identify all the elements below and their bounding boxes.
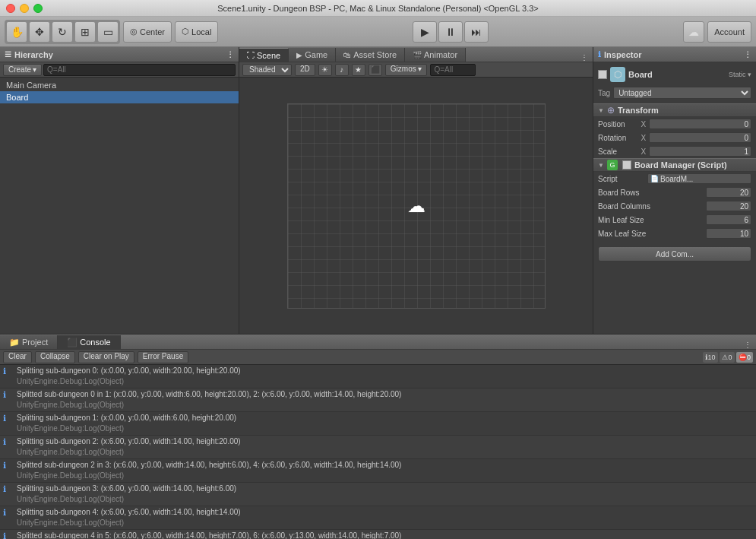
tab-game[interactable]: ▶ Game xyxy=(289,48,336,62)
hierarchy-menu[interactable]: ⋮ xyxy=(226,50,234,59)
tab-project[interactable]: 📁 Project xyxy=(0,335,58,349)
console-log-item[interactable]: ℹ Splitting sub-dungeon 1: (x:0.00, y:0.… xyxy=(0,412,756,436)
max-leaf-input[interactable] xyxy=(706,228,751,239)
console-log-item[interactable]: ℹ Splitting sub-dungeon 2: (x:6.00, y:0.… xyxy=(0,436,756,459)
close-button[interactable] xyxy=(6,4,15,13)
console-log-item[interactable]: ℹ Splitted sub-dungeon 0 in 1: (x:0.00, … xyxy=(0,388,756,412)
transform-section-header[interactable]: ▼ ⊕ Transform xyxy=(593,103,756,117)
main-area: ☰ Hierarchy ⋮ Create ▾ Main Camera Board… xyxy=(0,47,756,334)
maximize-button[interactable] xyxy=(33,4,43,13)
center-panel: ⛶ Scene ▶ Game 🛍 Asset Store 🎬 Animator … xyxy=(239,47,593,334)
create-button[interactable]: Create ▾ xyxy=(3,64,42,76)
local-button[interactable]: ⬡ Local xyxy=(175,21,218,43)
object-icon: ⬡ xyxy=(610,67,625,82)
toolbar: ✋ ✥ ↻ ⊞ ▭ ◎ Center ⬡ Local ▶ ⏸ ⏭ ☁ Accou… xyxy=(0,17,756,47)
error-pause-button[interactable]: Error Pause xyxy=(138,351,188,363)
console-content: ℹ Splitting sub-dungeon 0: (x:0.00, y:0.… xyxy=(0,365,756,539)
skybox-button[interactable]: ⬛ xyxy=(369,64,382,76)
center-icon: ◎ xyxy=(130,27,138,36)
clear-on-play-button[interactable]: Clear on Play xyxy=(78,351,134,363)
hierarchy-item-main-camera[interactable]: Main Camera xyxy=(0,79,239,91)
clear-button[interactable]: Clear xyxy=(3,351,32,363)
static-label[interactable]: Static ▾ xyxy=(729,71,751,78)
board-columns-row: Board Columns xyxy=(593,199,756,213)
hierarchy-header: ☰ Hierarchy ⋮ xyxy=(0,47,239,62)
tab-console[interactable]: ⬛ Console xyxy=(58,335,120,349)
script-file-icon: 📄 xyxy=(650,175,659,182)
play-button[interactable]: ▶ xyxy=(413,21,437,43)
error-count-badge[interactable]: ⛔ 0 xyxy=(736,352,753,363)
rect-tool[interactable]: ▭ xyxy=(97,21,119,43)
console-log-item[interactable]: ℹ Splitted sub-dungeon 4 in 5: (x:6.00, … xyxy=(0,530,756,539)
scene-tab-icon: ⛶ xyxy=(247,51,255,59)
console-info-icon: ℹ xyxy=(3,389,14,400)
console-info-icon: ℹ xyxy=(3,413,14,423)
hierarchy-item-board[interactable]: Board xyxy=(0,91,239,103)
tab-animator[interactable]: 🎬 Animator xyxy=(405,48,466,62)
minimize-button[interactable] xyxy=(20,4,29,13)
scale-row: Scale X xyxy=(593,144,756,158)
shading-mode-select[interactable]: Shaded xyxy=(242,64,292,76)
add-component-button[interactable]: Add Com... xyxy=(598,246,751,262)
transform-tools: ✋ ✥ ↻ ⊞ ▭ xyxy=(5,20,120,44)
hand-tool[interactable]: ✋ xyxy=(6,21,27,43)
error-icon: ⛔ xyxy=(739,354,747,361)
board-manager-arrow-icon: ▼ xyxy=(598,162,604,169)
board-columns-input[interactable] xyxy=(706,201,751,211)
board-manager-section-header[interactable]: ▼ G Board Manager (Script) xyxy=(593,158,756,172)
move-tool[interactable]: ✥ xyxy=(29,21,50,43)
min-leaf-input[interactable] xyxy=(706,214,751,225)
scale-x-input[interactable] xyxy=(649,146,751,157)
play-controls: ▶ ⏸ ⏭ xyxy=(413,21,489,43)
bottom-tabs: 📁 Project ⬛ Console ⋮ xyxy=(0,334,756,350)
scene-search[interactable] xyxy=(430,64,476,76)
rotation-x-input[interactable] xyxy=(649,132,751,143)
object-active-checkbox[interactable] xyxy=(598,70,607,79)
inspector-menu[interactable]: ⋮ xyxy=(744,50,751,59)
console-log-item[interactable]: ℹ Splitting sub-dungeon 0: (x:0.00, y:0.… xyxy=(0,365,756,388)
warn-count-badge[interactable]: ⚠ 0 xyxy=(720,352,735,363)
account-area: ☁ Account xyxy=(683,21,751,43)
console-log-item[interactable]: ℹ Splitted sub-dungeon 2 in 3: (x:6.00, … xyxy=(0,459,756,483)
console-info-icon: ℹ xyxy=(3,507,14,518)
hierarchy-search[interactable] xyxy=(43,64,236,76)
tabs-menu[interactable]: ⋮ xyxy=(580,53,593,62)
account-button[interactable]: Account xyxy=(707,21,751,43)
pause-button[interactable]: ⏸ xyxy=(438,21,463,43)
console-log-item[interactable]: ℹ Splitting sub-dungeon 3: (x:6.00, y:0.… xyxy=(0,483,756,506)
traffic-lights xyxy=(6,4,43,13)
lighting-button[interactable]: ☀ xyxy=(318,64,332,76)
console-log-item[interactable]: ℹ Splitting sub-dungeon 4: (x:6.00, y:6.… xyxy=(0,506,756,530)
center-button[interactable]: ◎ Center xyxy=(123,21,172,43)
cloud-button[interactable]: ☁ xyxy=(683,21,704,43)
script-value[interactable]: 📄 BoardM... xyxy=(647,173,751,184)
console-info-icon: ℹ xyxy=(3,366,14,376)
tab-asset-store[interactable]: 🛍 Asset Store xyxy=(336,48,405,62)
board-rows-row: Board Rows xyxy=(593,185,756,199)
board-rows-input[interactable] xyxy=(706,187,751,198)
transform-arrow-icon: ▼ xyxy=(598,107,604,114)
board-manager-active-checkbox[interactable] xyxy=(622,160,631,170)
position-row: Position X xyxy=(593,117,756,131)
max-leaf-row: Max Leaf Size xyxy=(593,227,756,240)
local-icon: ⬡ xyxy=(182,27,189,36)
inspector-panel: ℹ Inspector ⋮ ⬡ Board Static ▾ Tag Untag… xyxy=(593,47,756,334)
scene-object: ☁ xyxy=(407,195,425,217)
2d-button[interactable]: 2D xyxy=(295,64,315,76)
window-title: Scene1.unity - Dungeon BSP - PC, Mac & L… xyxy=(217,4,539,13)
gizmos-button[interactable]: Gizmos ▾ xyxy=(385,64,428,76)
console-info-icon: ℹ xyxy=(3,436,14,447)
bottom-tabs-menu[interactable]: ⋮ xyxy=(744,341,756,349)
scale-tool[interactable]: ⊞ xyxy=(74,21,96,43)
inspector-header: ℹ Inspector ⋮ xyxy=(593,47,756,62)
scene-viewport[interactable]: ☁ xyxy=(239,78,593,334)
position-x-input[interactable] xyxy=(649,119,751,129)
info-count-badge[interactable]: ℹ 10 xyxy=(703,352,718,363)
rotate-tool[interactable]: ↻ xyxy=(52,21,73,43)
collapse-button[interactable]: Collapse xyxy=(35,351,75,363)
fx-button[interactable]: ★ xyxy=(352,64,365,76)
step-button[interactable]: ⏭ xyxy=(464,21,489,43)
tag-select[interactable]: Untagged xyxy=(613,87,751,99)
audio-button[interactable]: ♪ xyxy=(335,64,349,76)
tab-scene[interactable]: ⛶ Scene xyxy=(239,48,289,62)
